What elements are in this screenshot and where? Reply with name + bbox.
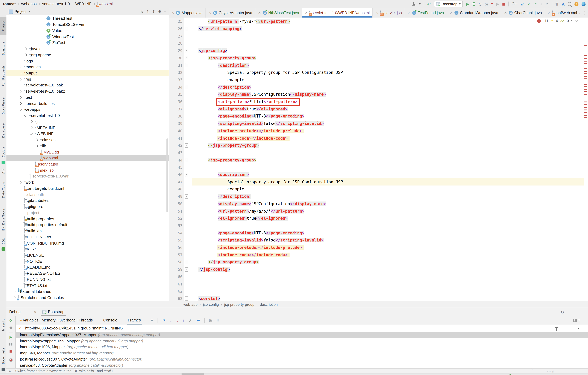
settings-wrench-icon[interactable]: ⚒ [6,326,15,330]
error-stripe-mark[interactable] [584,89,587,90]
tab-list-chevron-icon[interactable] [577,11,580,14]
chevron-right-icon[interactable] [19,65,22,69]
error-stripe-mark[interactable] [584,102,587,103]
sidebar-item-jdl[interactable]: JDL [0,237,6,246]
chevron-right-icon[interactable] [13,296,16,299]
code-line[interactable]: 29<jsp-config> [169,47,588,54]
fold-marker-icon[interactable] [185,56,188,60]
code-line[interactable]: 46<description> [169,171,588,178]
locate-icon[interactable]: ⊕ [140,10,143,14]
debug-session-tab[interactable]: Bootstrap [40,308,67,316]
profiler-icon[interactable]: ◷ [484,2,488,6]
close-tab-icon[interactable]: ✕ [258,11,261,15]
close-tab-icon[interactable]: ✕ [171,11,174,15]
stripe-plugin-icon[interactable] [1,161,5,164]
close-tab-icon[interactable]: ✕ [305,11,308,15]
sidebar-item-database[interactable]: Database [0,121,6,140]
stop-icon[interactable] [6,349,15,354]
breadcrumb[interactable]: tomcatwebappsservelet-test-1.0WEB-INF<>w… [0,2,113,6]
expand-all-icon[interactable]: ↥ [146,10,149,14]
stack-frame-row[interactable]: service:458, CoyoteAdapter(org.apache.ca… [16,362,588,369]
code-line[interactable]: 28 [169,40,588,47]
code-line[interactable]: 60 [169,273,588,280]
hide-panel-icon[interactable]: − [164,10,166,14]
sidebar-item-json-parser[interactable]: Json Parser [0,93,6,117]
warning-count[interactable]: 4 [556,19,558,23]
stop-button[interactable] [503,3,505,5]
stack-frame-row[interactable]: internalMapWrapper:1099, Mapper(org.apac… [16,338,588,344]
stripe-plugin-icon[interactable] [1,368,5,371]
code-line[interactable]: 57<include-coda></include-coda> [169,251,588,258]
threads-view-icon[interactable]: ≡ [151,318,153,322]
sphere-icon[interactable] [582,2,586,6]
chevron-down-icon[interactable] [30,132,33,135]
tree-row[interactable]: lib [6,143,169,149]
collapse-all-icon[interactable]: ↧ [152,10,155,14]
code-editor[interactable]: 25<url-pattern>/my/a/*</url-pattern>26</… [169,18,588,301]
fold-marker-icon[interactable] [185,63,188,67]
chevron-right-icon[interactable] [24,47,27,50]
fold-marker-icon[interactable] [185,158,188,162]
tree-row[interactable]: build.properties.default [6,222,169,228]
code-line[interactable]: 61 [169,280,588,288]
step-out-icon[interactable]: ↑ [182,318,184,322]
code-line[interactable]: 63<servlet> [169,295,588,301]
sidebar-item-pull-requests[interactable]: Pull Requests [0,62,6,90]
error-stripe-mark[interactable] [584,55,587,56]
editor-tab[interactable]: ✕JSPaservlet.jsp [373,8,405,18]
code-line[interactable]: 43 [169,149,588,156]
fold-marker-icon[interactable] [185,27,188,31]
gear-icon[interactable]: ⚙ [158,10,161,14]
tree-row[interactable]: javax [6,46,169,52]
tree-row[interactable]: JSPindex.jsp [6,167,169,173]
chevron-right-icon[interactable] [19,102,22,105]
tree-row[interactable]: org.apache [6,52,169,58]
tree-row[interactable]: modules [6,64,169,70]
code-line[interactable]: 47Special property group for JSP Configu… [169,178,588,186]
breadcrumb-item[interactable]: tomcat [3,2,16,6]
tree-row[interactable]: servelet-test-1.0_bak2 [6,88,169,94]
rerun-icon[interactable]: ⟳ [6,318,15,323]
code-line[interactable]: 37<el-ignored>true</el-ignored> [169,105,588,113]
run-button[interactable]: ▶ [466,2,469,6]
error-stripe-mark[interactable] [584,117,587,118]
sidebar-item-ant[interactable]: Ant [0,167,6,176]
tree-row[interactable]: build.xml [6,228,169,234]
back-arrow-icon[interactable]: ↶ [427,2,431,6]
code-line[interactable]: 40<include-prelude></include-prelude> [169,127,588,135]
sidebar-item-project[interactable]: Project [0,17,6,35]
error-stripe-mark[interactable] [584,58,587,59]
close-tab-icon[interactable]: ✕ [209,11,211,15]
profiler-dropdown-icon[interactable] [491,3,493,5]
code-line[interactable]: 42</jsp-property-group> [169,142,588,149]
sidebar-item-structure[interactable]: Structure [0,38,6,58]
tree-row[interactable]: .gitattributes [6,198,169,204]
editor-tab[interactable]: ✕CCharChunk.java [501,8,545,18]
tree-row[interactable]: <>MyEL.tld [6,149,169,155]
tree-row[interactable]: <>.ant-targets-build.xml [6,185,169,191]
code-line[interactable]: 49</description> [169,193,588,200]
code-line[interactable]: 25<url-pattern>/my/a/*</url-pattern> [169,18,588,25]
code-line[interactable]: 50<display-name>JSPConfiguration</displa… [169,200,588,207]
drop-frame-icon[interactable]: ✗ [189,318,192,322]
compare-icon[interactable]: ⇅ [555,2,559,6]
error-stripe-mark[interactable] [584,63,587,64]
code-line[interactable]: 32Special property group for JSP Configu… [169,69,588,76]
tree-row[interactable]: logs [6,58,169,64]
editor-tab[interactable]: ✕<>conf/web.xml [545,8,580,18]
git-push-icon[interactable]: ↗ [534,2,537,6]
chevron-right-icon[interactable] [30,126,33,129]
error-stripe-mark[interactable] [584,104,587,105]
chevron-right-icon[interactable] [19,78,22,81]
search-icon[interactable] [568,2,571,6]
code-line[interactable]: 31<description> [169,62,588,69]
chevron-right-icon[interactable] [19,181,22,184]
breadcrumb-item[interactable]: web-app [183,302,198,307]
chevron-right-icon[interactable] [35,138,38,141]
stack-frame-row[interactable]: map:840, Mapper(org.apache.tomcat.util.h… [16,350,588,356]
sidebar-item-bookmarks[interactable]: Bookmarks [0,345,6,366]
error-stripe-mark[interactable] [584,110,587,110]
fold-marker-icon[interactable] [185,296,188,301]
editor-tab[interactable]: ✕CMapper.java [169,8,206,18]
tree-row[interactable]: <>web.xml [6,155,169,161]
